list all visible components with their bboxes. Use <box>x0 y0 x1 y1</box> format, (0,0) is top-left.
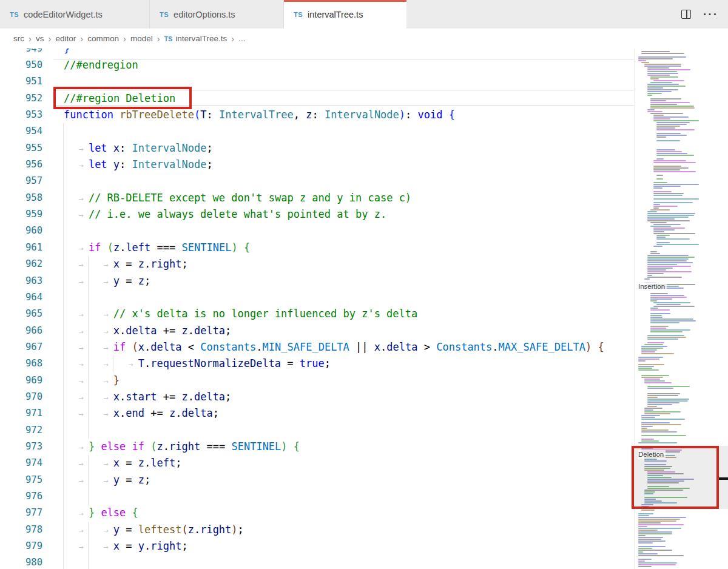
indent-guide <box>63 289 64 306</box>
minimap-code-line <box>650 300 657 301</box>
minimap-code-line <box>656 242 670 243</box>
line-number[interactable]: 952 <box>0 90 42 107</box>
line-number[interactable]: 973 <box>0 439 42 455</box>
minimap-code-line <box>650 253 660 254</box>
whitespace-tab-icon: → <box>89 274 113 290</box>
minimap-code-line <box>647 388 673 389</box>
line-number[interactable]: 966 <box>0 323 42 339</box>
minimap-code-line <box>656 126 680 127</box>
line-number[interactable]: 980 <box>0 554 42 569</box>
line-number[interactable]: 963 <box>0 273 42 289</box>
minimap-code-line <box>647 258 689 260</box>
minimap-code-line <box>638 366 654 367</box>
annotation-connector-line <box>719 477 728 480</box>
minimap-code-line <box>644 379 660 380</box>
code-token: // RB-DELETE except we don't swap z and … <box>89 192 411 204</box>
line-number[interactable]: 949 <box>0 49 42 57</box>
breadcrumb-item-editor[interactable]: editor <box>56 34 76 43</box>
code-line: 973→} else if (z.right === SENTINEL) { <box>0 439 634 455</box>
breadcrumb-symbol-ellipsis[interactable]: ... <box>238 34 245 43</box>
minimap-code-line <box>641 62 649 63</box>
line-number[interactable]: 975 <box>0 472 42 488</box>
line-number[interactable]: 965 <box>0 306 42 322</box>
whitespace-tab-icon: → <box>64 373 89 389</box>
line-number[interactable]: 962 <box>0 256 42 272</box>
code-line: 965→→// x's delta is no longer influence… <box>0 306 634 322</box>
tab-intervalTree.ts[interactable]: TSintervalTree.ts <box>284 0 406 29</box>
code-token: x <box>113 391 120 403</box>
code-token: = <box>281 357 300 369</box>
code-token: T <box>200 109 206 121</box>
line-number[interactable]: 960 <box>0 223 42 239</box>
line-number[interactable]: 951 <box>0 73 42 90</box>
line-number[interactable]: 972 <box>0 422 42 439</box>
code-token: z <box>169 407 175 419</box>
code-line: 972 <box>0 422 634 439</box>
code-token: += <box>157 391 181 403</box>
minimap-code-line <box>653 246 662 247</box>
code-line: 980 <box>0 554 634 569</box>
breadcrumb-item-model[interactable]: model <box>130 34 153 43</box>
minimap-code-line <box>638 539 661 540</box>
line-number[interactable]: 959 <box>0 206 42 223</box>
code-token: x <box>113 540 120 552</box>
minimap-code-line <box>656 149 675 150</box>
code-line: 957 <box>0 173 634 189</box>
code-pane[interactable]: 949}950//#endregion951952//#region Delet… <box>0 49 634 569</box>
minimap-code-line <box>653 187 662 189</box>
line-number[interactable]: 967 <box>0 339 42 355</box>
more-actions-icon[interactable]: ··· <box>703 12 718 18</box>
line-number[interactable]: 971 <box>0 405 42 422</box>
line-number[interactable]: 950 <box>0 57 42 73</box>
breadcrumb-item-vs[interactable]: vs <box>36 34 44 43</box>
line-number[interactable]: 979 <box>0 538 42 554</box>
line-number[interactable]: 964 <box>0 289 42 306</box>
line-number[interactable]: 968 <box>0 355 42 372</box>
line-number[interactable]: 953 <box>0 107 42 123</box>
line-number[interactable]: 978 <box>0 522 42 538</box>
minimap-code-line <box>644 66 681 67</box>
minimap-code-line <box>647 338 678 340</box>
line-number[interactable]: 976 <box>0 488 42 505</box>
code-token: //#endregion <box>64 59 138 71</box>
minimap-code-line <box>644 413 670 414</box>
line-number[interactable]: 955 <box>0 140 42 157</box>
tab-codeEditorWidget.ts[interactable]: TScodeEditorWidget.ts <box>0 0 150 29</box>
line-number[interactable]: 977 <box>0 505 42 521</box>
line-number[interactable]: 961 <box>0 240 42 256</box>
minimap-code-line <box>650 317 662 318</box>
minimap-code-line <box>641 431 677 433</box>
line-number[interactable]: 958 <box>0 190 42 206</box>
minimap-code-line <box>650 295 684 296</box>
code-token: ; <box>238 524 244 536</box>
breadcrumb-item-common[interactable]: common <box>87 34 119 43</box>
breadcrumb-item-src[interactable]: src <box>13 34 24 43</box>
code-token: ; <box>181 258 187 270</box>
line-number[interactable]: 970 <box>0 389 42 405</box>
code-token: y <box>113 158 120 170</box>
line-number[interactable]: 974 <box>0 455 42 471</box>
code-line: 969→→} <box>0 372 634 389</box>
minimap-code-line <box>638 359 659 360</box>
code-line: 976 <box>0 488 634 505</box>
minimap-code-line <box>653 162 696 163</box>
line-number[interactable]: 969 <box>0 372 42 389</box>
code-token: . <box>175 407 181 419</box>
line-number[interactable]: 957 <box>0 173 42 189</box>
tab-editorOptions.ts[interactable]: TSeditorOptions.ts <box>150 0 284 29</box>
line-number[interactable]: 954 <box>0 123 42 140</box>
minimap[interactable]: InsertionDeletion <box>634 49 728 569</box>
minimap-code-line <box>656 133 681 134</box>
line-number[interactable]: 956 <box>0 157 42 173</box>
whitespace-tab-icon: → <box>64 240 89 257</box>
minimap-code-line <box>644 278 650 280</box>
minimap-code-line <box>641 426 653 427</box>
minimap-code-line <box>647 397 658 398</box>
minimap-code-line <box>650 100 666 101</box>
code-token: = <box>120 524 138 536</box>
split-editor-icon[interactable] <box>681 10 691 19</box>
code-token: > <box>417 341 436 353</box>
code-token: { <box>598 341 604 353</box>
breadcrumb-item-file[interactable]: intervalTree.ts <box>175 34 227 43</box>
code-token: { <box>449 109 455 121</box>
